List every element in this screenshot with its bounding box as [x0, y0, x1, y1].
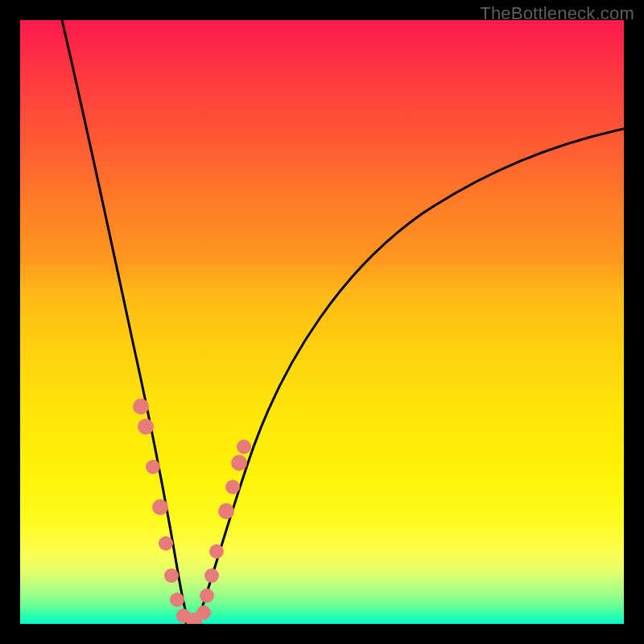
svg-point-16	[237, 440, 251, 454]
svg-point-2	[146, 460, 160, 474]
svg-point-9	[196, 605, 211, 620]
chart-frame: TheBottleneck.com	[0, 0, 644, 644]
svg-point-4	[159, 536, 173, 551]
svg-point-0	[133, 398, 149, 415]
svg-point-15	[231, 455, 247, 471]
svg-point-10	[200, 588, 214, 603]
plot-area	[20, 20, 624, 624]
svg-point-3	[152, 499, 168, 515]
watermark-text: TheBottleneck.com	[480, 3, 634, 24]
svg-point-14	[225, 480, 240, 494]
svg-point-6	[170, 592, 184, 607]
left-curve	[62, 20, 189, 624]
curve-markers	[133, 398, 251, 624]
svg-point-5	[164, 568, 179, 583]
right-curve	[197, 129, 624, 622]
svg-point-11	[204, 568, 219, 583]
svg-point-1	[138, 419, 154, 435]
curve-canvas	[20, 20, 624, 624]
svg-point-13	[218, 503, 234, 519]
svg-point-12	[209, 544, 224, 559]
